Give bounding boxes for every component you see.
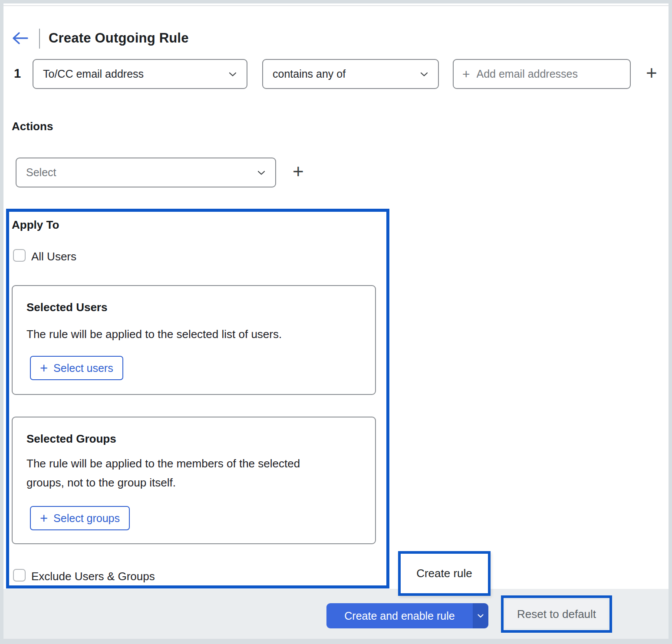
chevron-down-icon	[228, 72, 237, 77]
selected-groups-title: Selected Groups	[26, 432, 116, 446]
actions-heading: Actions	[12, 120, 53, 133]
add-action-button[interactable]: +	[293, 162, 304, 181]
panel-top-border	[3, 5, 669, 6]
chevron-down-icon	[257, 170, 266, 175]
reset-to-default-button[interactable]: Reset to default	[505, 600, 608, 628]
plus-icon: +	[40, 512, 48, 525]
plus-icon: +	[40, 361, 48, 375]
split-button-chevron[interactable]	[473, 603, 488, 628]
page-title: Create Outgoing Rule	[49, 30, 189, 46]
condition-operator-select[interactable]: contains any of	[262, 59, 439, 89]
email-addresses-field[interactable]: +	[453, 59, 631, 89]
condition-field-select[interactable]: To/CC email address	[33, 59, 247, 89]
all-users-label: All Users	[31, 250, 76, 263]
exclude-users-groups-checkbox[interactable]	[13, 569, 26, 582]
condition-index: 1	[14, 66, 21, 81]
chevron-down-icon	[477, 614, 484, 618]
action-select[interactable]: Select	[16, 158, 276, 187]
all-users-checkbox[interactable]	[13, 249, 26, 262]
apply-to-heading: Apply To	[12, 218, 59, 232]
plus-icon: +	[462, 68, 470, 81]
select-groups-button-label: Select groups	[53, 512, 120, 525]
selected-users-description: The rule will be applied to the selected…	[26, 325, 282, 344]
action-select-placeholder: Select	[26, 166, 56, 179]
select-users-button[interactable]: + Select users	[30, 356, 123, 380]
back-button[interactable]	[10, 29, 30, 48]
condition-field-value: To/CC email address	[43, 68, 144, 80]
create-and-enable-rule-button[interactable]: Create and enable rule	[326, 603, 488, 628]
select-groups-button[interactable]: + Select groups	[30, 506, 130, 530]
selected-groups-description: The rule will be applied to the members …	[26, 454, 335, 492]
header-divider	[39, 29, 40, 49]
select-users-button-label: Select users	[53, 362, 113, 375]
email-addresses-input[interactable]	[476, 67, 621, 81]
create-and-enable-rule-label[interactable]: Create and enable rule	[326, 603, 473, 628]
condition-operator-value: contains any of	[273, 68, 346, 80]
create-rule-menu-item[interactable]: Create rule	[398, 551, 491, 596]
add-condition-button[interactable]: +	[646, 63, 657, 82]
selected-users-title: Selected Users	[26, 301, 107, 314]
reset-to-default-highlight: Reset to default	[501, 595, 612, 633]
arrow-left-icon	[11, 31, 29, 45]
chevron-down-icon	[420, 72, 428, 77]
exclude-users-groups-label: Exclude Users & Groups	[31, 570, 155, 583]
